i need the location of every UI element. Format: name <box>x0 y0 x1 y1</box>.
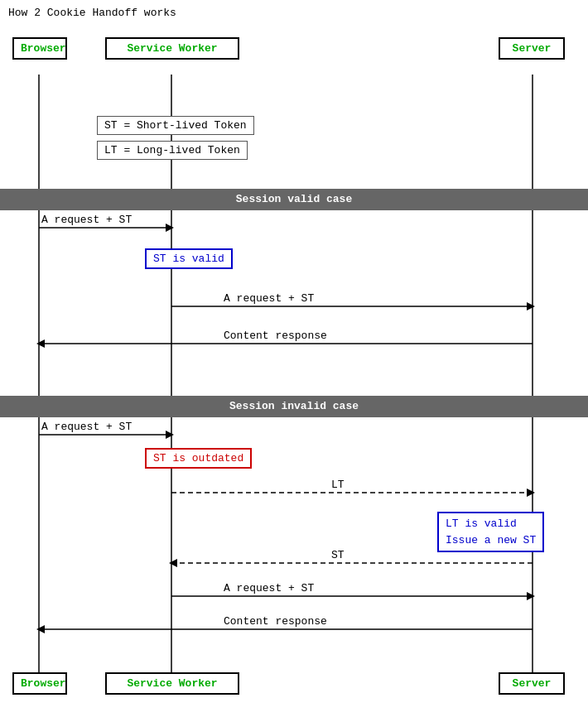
diagram: How 2 Cookie Handoff works <box>0 0 588 722</box>
page-title: How 2 Cookie Handoff works <box>8 7 176 19</box>
lt-valid-note: LT is valid Issue a new ST <box>437 512 544 552</box>
service-worker-top: Service Worker <box>105 37 239 60</box>
server-top: Server <box>499 37 565 60</box>
svg-marker-16 <box>527 592 535 600</box>
server-bottom: Server <box>499 672 565 695</box>
svg-marker-10 <box>166 431 174 439</box>
st-outdated-note: ST is outdated <box>145 448 252 469</box>
browser-top: Browser <box>12 37 67 60</box>
arrow-label-lt: LT <box>331 479 345 491</box>
arrow-label-req-st-1: A request + ST <box>41 214 132 226</box>
arrow-label-st: ST <box>331 549 345 561</box>
st-definition: ST = Short-lived Token <box>97 116 254 135</box>
session-invalid-header: Session invalid case <box>0 396 588 417</box>
svg-marker-12 <box>527 489 535 497</box>
arrow-label-content-resp-2: Content response <box>224 615 327 628</box>
service-worker-bottom: Service Worker <box>105 672 239 695</box>
st-valid-note: ST is valid <box>145 248 233 269</box>
svg-marker-6 <box>527 302 535 310</box>
arrow-label-req-st-2: A request + ST <box>224 292 314 305</box>
arrow-label-content-resp-1: Content response <box>224 330 327 342</box>
lt-definition: LT = Long-lived Token <box>97 141 248 160</box>
svg-marker-4 <box>166 224 174 232</box>
session-valid-header: Session valid case <box>0 189 588 210</box>
svg-marker-8 <box>36 339 45 348</box>
browser-bottom: Browser <box>12 672 67 695</box>
svg-layer <box>0 0 588 722</box>
arrow-label-req-st-3: A request + ST <box>41 421 132 433</box>
arrow-label-req-st-4: A request + ST <box>224 582 314 594</box>
svg-marker-14 <box>169 559 177 567</box>
svg-marker-18 <box>36 625 45 633</box>
